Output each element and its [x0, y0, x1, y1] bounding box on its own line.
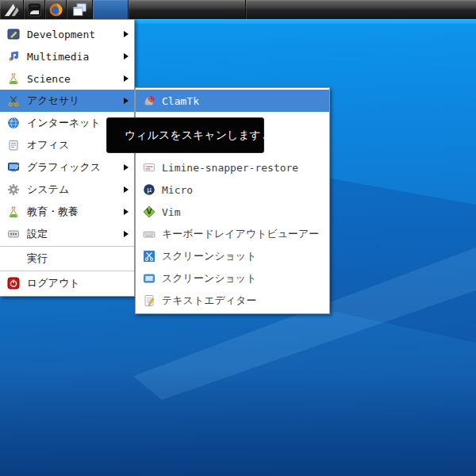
menu-item-label: Science — [27, 73, 124, 85]
taskbar-tray-area — [246, 0, 476, 19]
desktop: Development Multimedia Science — [0, 0, 476, 476]
development-icon — [6, 28, 20, 41]
science-icon — [6, 72, 20, 86]
menu-item-label: システム — [27, 182, 124, 197]
submenu-arrow-icon — [124, 164, 129, 171]
menu-item-accessories[interactable]: アクセサリ — [0, 90, 134, 112]
settings-icon — [6, 228, 20, 241]
firefox-icon — [48, 2, 63, 17]
vim-icon: V — [142, 205, 155, 219]
micro-icon: μ — [142, 183, 155, 197]
submenu-item-clamtk[interactable]: ClamTk — [136, 90, 329, 112]
menu-item-education[interactable]: 教育・教養 — [0, 201, 134, 223]
svg-text:μ: μ — [147, 186, 152, 194]
menu-separator — [0, 271, 134, 271]
submenu-item-label: Micro — [162, 184, 321, 196]
menu-item-label: 実行 — [27, 251, 129, 266]
menu-item-run[interactable]: 実行 — [0, 248, 134, 270]
multimedia-icon — [6, 50, 20, 63]
office-icon — [6, 139, 20, 152]
logout-icon — [6, 277, 20, 290]
window-list-icon — [71, 2, 88, 17]
tooltip-text: ウィルスをスキャンします.. — [125, 129, 274, 143]
submenu-arrow-icon — [124, 98, 129, 104]
system-icon — [6, 183, 20, 197]
limine-snapper-icon — [142, 161, 155, 175]
window-list-button[interactable] — [67, 0, 93, 19]
submenu-arrow-icon — [124, 209, 129, 215]
menu-item-label: ログアウト — [27, 276, 129, 290]
accessories-icon — [6, 94, 20, 108]
menu-item-label: アクセサリ — [27, 94, 124, 108]
submenu-item-keyboard-layout-viewer[interactable]: キーボードレイアウトビューアー — [136, 223, 329, 245]
menu-item-label: グラフィックス — [27, 160, 124, 175]
menu-item-system[interactable]: システム — [0, 178, 134, 201]
screenshot-scissors-icon — [142, 250, 155, 263]
app-menu: Development Multimedia Science — [0, 19, 135, 297]
menu-item-label: 設定 — [27, 227, 124, 241]
education-icon — [6, 205, 20, 219]
submenu-item-limine-snapper-restore[interactable]: Limine-snapper-restore — [136, 156, 329, 178]
menu-item-science[interactable]: Science — [0, 67, 134, 90]
file-manager-button[interactable] — [24, 0, 45, 19]
screenshot-camera-icon — [142, 272, 155, 286]
menu-separator — [0, 246, 134, 247]
menu-item-label: 教育・教養 — [27, 205, 124, 219]
submenu-item-label: スクリーンショット — [162, 249, 321, 263]
submenu-item-text-editor[interactable]: テキストエディター — [136, 290, 329, 312]
svg-text:V: V — [146, 208, 152, 216]
submenu-item-micro[interactable]: μ Micro — [136, 178, 329, 201]
submenu-item-label: Vim — [162, 206, 321, 218]
submenu-item-vim[interactable]: V Vim — [136, 201, 329, 223]
submenu-item-label: Limine-snapper-restore — [162, 162, 321, 174]
submenu-item-label: テキストエディター — [162, 294, 321, 308]
submenu-arrow-icon — [124, 31, 129, 37]
submenu-item-label: スクリーンショット — [162, 271, 321, 286]
submenu-item-label: ClamTk — [162, 95, 321, 107]
submenu-arrow-icon — [124, 75, 129, 82]
menu-item-settings[interactable]: 設定 — [0, 223, 134, 245]
clamtk-icon — [142, 94, 155, 108]
taskbar — [0, 0, 476, 19]
active-task-button[interactable] — [93, 0, 129, 19]
menu-item-label: Development — [27, 29, 124, 40]
internet-icon — [6, 117, 20, 130]
submenu-item-screenshot-2[interactable]: スクリーンショット — [136, 267, 329, 290]
taskbar-spacer — [129, 0, 246, 19]
empty-icon-slot — [6, 252, 20, 266]
graphics-icon — [6, 161, 20, 175]
submenu-arrow-icon — [124, 186, 129, 193]
submenu-arrow-icon — [124, 231, 129, 237]
antix-logo-icon — [3, 2, 21, 17]
tooltip: ウィルスをスキャンします.. — [106, 117, 264, 153]
menu-item-development[interactable]: Development — [0, 23, 134, 45]
firefox-button[interactable] — [45, 0, 67, 19]
submenu-item-screenshot-1[interactable]: スクリーンショット — [136, 245, 329, 267]
text-editor-icon — [142, 294, 155, 308]
keyboard-icon — [142, 228, 155, 241]
menu-item-graphics[interactable]: グラフィックス — [0, 156, 134, 178]
menu-item-multimedia[interactable]: Multimedia — [0, 45, 134, 67]
submenu-arrow-icon — [124, 53, 129, 60]
menu-button[interactable] — [0, 0, 24, 19]
file-manager-icon — [27, 2, 42, 17]
menu-item-logout[interactable]: ログアウト — [0, 272, 134, 294]
menu-item-label: Multimedia — [27, 51, 124, 63]
submenu-item-label: キーボードレイアウトビューアー — [162, 227, 321, 241]
